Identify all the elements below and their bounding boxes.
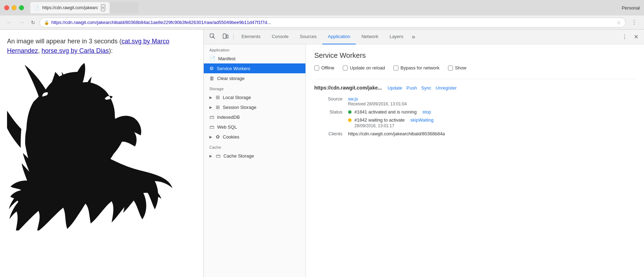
device-toolbar-button[interactable] <box>219 31 231 43</box>
panel-title: Service Workers <box>314 51 636 60</box>
sidebar-item-service-workers[interactable]: ⚙ Service Workers <box>204 63 305 73</box>
option-show[interactable]: Show <box>448 65 467 70</box>
sidebar-item-label: Manifest <box>218 56 235 61</box>
devtools-more-button[interactable]: ⋮ <box>619 31 630 42</box>
sw-stop-link[interactable]: stop <box>422 109 431 115</box>
sidebar-item-cache-storage[interactable]: ▶ 🗃 Cache Storage <box>204 151 305 161</box>
tab-console[interactable]: Console <box>266 30 294 44</box>
offline-label: Offline <box>321 65 334 70</box>
devtools-body: Application 📄 Manifest ⚙ Service Workers… <box>204 44 644 277</box>
devtools-tabs: Elements Console Sources Application Net… <box>236 30 418 44</box>
section-storage-header: Storage <box>204 83 305 92</box>
tab-elements[interactable]: Elements <box>236 30 266 44</box>
tab-network[interactable]: Network <box>356 30 384 44</box>
title-bar: 📄 https://cdn.rawgit.com/jakearc × Perso… <box>0 0 644 16</box>
back-button[interactable]: ← <box>4 18 14 27</box>
expand-arrow-icon: ▶ <box>209 154 212 158</box>
sidebar-item-label: IndexedDB <box>217 115 240 120</box>
forward-button[interactable]: → <box>17 18 27 27</box>
sidebar-item-label: Session Storage <box>223 105 256 110</box>
sidebar-item-indexeddb[interactable]: 🗃 IndexedDB <box>204 112 305 122</box>
traffic-lights <box>4 5 24 10</box>
status-label: Status <box>314 109 342 115</box>
close-button[interactable] <box>4 5 9 10</box>
bookmark-icon[interactable]: ☆ <box>617 20 621 25</box>
source-label: Source <box>314 96 342 101</box>
svg-rect-1 <box>223 34 226 38</box>
tab-title: https://cdn.rawgit.com/jakearc <box>42 5 98 10</box>
browser-more-button[interactable]: ⋮ <box>629 18 640 27</box>
maximize-button[interactable] <box>19 5 24 10</box>
sw-sync-link[interactable]: Sync <box>421 85 431 91</box>
status-values: #1841 activated and is running stop #184… <box>348 109 636 128</box>
sw-unregister-link[interactable]: Unregister <box>436 85 457 91</box>
sw-status-2-row: #1842 waiting to activate skipWaiting <box>348 117 636 123</box>
sw-url-row: https://cdn.rawgit.com/jake... Update Pu… <box>314 85 636 91</box>
devtools-panel: Elements Console Sources Application Net… <box>203 30 644 277</box>
sw-skipwaiting-link[interactable]: skipWaiting <box>410 117 434 123</box>
source-value: sw.js Received 28/09/2016, 13:01:04 <box>348 96 636 106</box>
bypass-for-network-checkbox[interactable] <box>393 66 398 70</box>
sidebar-item-local-storage[interactable]: ▶ ⊞ Local Storage <box>204 92 305 102</box>
show-label: Show <box>455 65 467 70</box>
more-tabs-button[interactable]: » <box>409 31 418 43</box>
tab-application[interactable]: Application <box>322 30 356 44</box>
tab-bar: 📄 https://cdn.rawgit.com/jakearc × <box>30 2 619 13</box>
page-text: An image will appear here in 3 seconds (… <box>7 37 196 56</box>
devtools-sidebar: Application 📄 Manifest ⚙ Service Workers… <box>204 44 306 277</box>
source-received: Received 28/09/2016, 13:01:04 <box>348 101 636 106</box>
minimize-button[interactable] <box>12 5 17 10</box>
expand-arrow-icon: ▶ <box>209 135 212 139</box>
manifest-icon: 📄 <box>209 56 215 61</box>
devtools-toolbar: Elements Console Sources Application Net… <box>204 30 644 44</box>
option-update-on-reload[interactable]: Update on reload <box>343 65 385 70</box>
svg-rect-2 <box>227 35 228 38</box>
section-application-header: Application <box>204 44 305 54</box>
sidebar-item-manifest[interactable]: 📄 Manifest <box>204 54 305 63</box>
sw-clients-detail: Clients https://cdn.rawgit.com/jakearchi… <box>314 131 636 136</box>
inspect-element-button[interactable] <box>207 31 219 43</box>
cat-image <box>7 61 176 230</box>
expand-arrow-icon: ▶ <box>209 105 212 109</box>
browser-tab[interactable]: 📄 https://cdn.rawgit.com/jakearc × <box>30 2 109 13</box>
show-checkbox[interactable] <box>448 66 453 70</box>
sw-update-link[interactable]: Update <box>387 85 402 91</box>
sidebar-item-label: Local Storage <box>223 95 251 100</box>
tab-close-button[interactable]: × <box>101 4 105 11</box>
page-text-before: An image will appear here in 3 seconds ( <box>7 38 121 45</box>
tab-layers[interactable]: Layers <box>384 30 409 44</box>
sw-file-link[interactable]: sw.js <box>348 96 358 101</box>
option-offline[interactable]: Offline <box>314 65 334 70</box>
devtools-close-button[interactable]: ✕ <box>631 31 641 42</box>
sw-push-link[interactable]: Push <box>406 85 417 91</box>
tab-sources[interactable]: Sources <box>294 30 322 44</box>
indexeddb-icon: 🗃 <box>209 114 214 120</box>
web-sql-icon: 🗃 <box>209 124 214 130</box>
offline-checkbox[interactable] <box>314 66 319 70</box>
sw-clients-value: https://cdn.rawgit.com/jakearchibald/803… <box>348 131 636 136</box>
sw-entry: https://cdn.rawgit.com/jake... Update Pu… <box>314 79 636 136</box>
sw-url-text: https://cdn.rawgit.com/jake... <box>314 85 382 91</box>
session-storage-icon: ⊞ <box>216 104 220 110</box>
sidebar-item-cookies[interactable]: ▶ ✿ Cookies <box>204 132 305 142</box>
main-content: An image will appear here in 3 seconds (… <box>0 30 644 277</box>
profile-label: Personal <box>622 5 640 11</box>
update-on-reload-checkbox[interactable] <box>343 66 348 70</box>
sidebar-item-session-storage[interactable]: ▶ ⊞ Session Storage <box>204 102 305 112</box>
sw-status-1-text: #1841 activated and is running <box>354 109 417 115</box>
sw-source-detail: Source sw.js Received 28/09/2016, 13:01:… <box>314 96 636 106</box>
page-text-after: ): <box>109 47 113 54</box>
sidebar-item-label: Clear storage <box>217 76 245 81</box>
url-bar[interactable]: 🔒 https://cdn.rawgit.com/jakearchibald/8… <box>39 18 626 27</box>
horse-link[interactable]: horse.svg by Carla Dias <box>42 47 109 54</box>
reload-button[interactable]: ↻ <box>30 18 37 27</box>
page-content: An image will appear here in 3 seconds (… <box>0 30 203 277</box>
secure-icon: 🔒 <box>44 20 49 25</box>
sidebar-item-clear-storage[interactable]: 🗑 Clear storage <box>204 73 305 83</box>
sidebar-item-web-sql[interactable]: 🗃 Web SQL <box>204 122 305 132</box>
sidebar-item-label: Cache Storage <box>223 153 254 159</box>
tab-placeholder <box>110 2 138 13</box>
option-bypass-for-network[interactable]: Bypass for network <box>393 65 440 70</box>
cache-storage-icon: 🗃 <box>216 153 221 159</box>
update-on-reload-label: Update on reload <box>350 65 385 70</box>
